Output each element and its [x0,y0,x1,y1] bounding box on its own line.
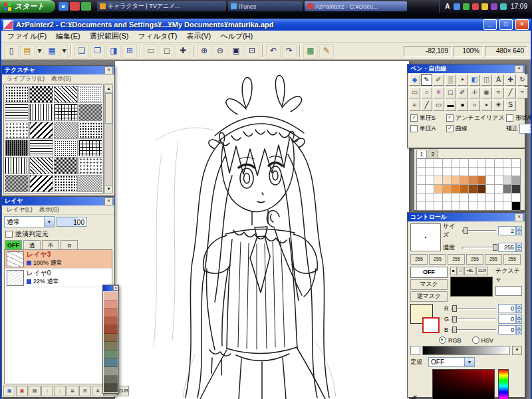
pen-tool[interactable]: ✎ [421,74,432,86]
color-swatch[interactable] [434,194,442,201]
color-swatch[interactable] [460,176,468,184]
texture-swatch[interactable] [54,122,78,139]
text-tool[interactable]: A [493,74,504,86]
color-swatch[interactable] [512,159,520,167]
texture-swatch[interactable] [54,175,78,192]
texture-swatch[interactable] [29,175,53,192]
ime-indicator-icon[interactable]: A [444,3,451,10]
combine-button[interactable]: ⊞ [79,386,91,396]
texture-swatch[interactable] [5,86,29,103]
texture-swatch[interactable] [78,140,102,157]
color-swatch[interactable] [460,168,468,176]
gradient-bar[interactable] [422,346,510,355]
color-swatch[interactable] [426,176,434,184]
palette-menu-item[interactable]: レイヤ(L) [4,205,35,214]
color-swatch[interactable] [434,159,442,167]
color-swatch[interactable] [495,168,503,176]
color-swatch[interactable] [426,202,434,210]
mini-color-swatch[interactable] [104,350,118,359]
density-preset-button[interactable]: 255 [410,254,428,265]
pen-option[interactable]: 形状/楕 [506,114,531,122]
tray-icon[interactable] [481,3,488,10]
mini-color-swatch[interactable] [104,359,118,368]
redo-button[interactable]: ↷ [282,44,297,59]
mini-color-swatch[interactable] [104,334,118,342]
inverse-mask-button[interactable]: 逆マスク [410,291,448,302]
tray-icon[interactable] [491,3,497,10]
new-layer-button[interactable]: ▣ [3,386,15,396]
menu-item[interactable]: 選択範囲(S) [85,31,134,41]
color-swatch[interactable] [486,159,494,167]
titlebar[interactable]: AzPainter2 - C:¥Documents and Settings¥.… [1,19,531,31]
color-swatch[interactable] [486,194,494,201]
texture-selector[interactable] [495,286,522,296]
shape-button[interactable]: ● [457,100,468,111]
color-swatch[interactable] [512,176,520,184]
background-color-swatch[interactable] [422,317,440,333]
mini-color-swatch[interactable] [104,309,118,317]
shape-button[interactable]: ▬ [445,100,456,111]
saturation-value-picker[interactable] [432,369,495,399]
texture-swatch[interactable] [29,104,53,121]
layer-up-button[interactable]: ↑ [41,386,53,396]
texture-swatch[interactable] [5,157,29,174]
window-split-button[interactable]: ◨ [106,44,121,59]
move-button[interactable]: ✚ [176,44,190,59]
mask-button[interactable]: マスク [410,279,448,290]
palette-menu-item[interactable]: ライブラリ(L) [4,74,47,83]
grid-toggle-button[interactable]: ▩ [303,44,318,59]
layer-row[interactable]: レイヤ022% 通常 [5,269,112,287]
copy-layer-button[interactable]: ▤ [29,386,41,396]
zoom-100-button[interactable]: ▣ [229,44,243,59]
palette-tab[interactable]: 2 [428,150,438,158]
color-swatch[interactable] [486,168,494,176]
color-swatch[interactable] [443,194,451,201]
scroll-thumb[interactable] [105,93,112,124]
scroll-down-icon[interactable]: ▼ [105,185,112,193]
taskbar-window-button[interactable]: キャラクター | TVアニメ... [97,1,226,11]
texture-swatch[interactable] [54,157,78,174]
channel-stepper[interactable]: 0▲▼ [498,304,522,313]
color-swatch[interactable] [434,202,442,210]
close-icon[interactable]: × [515,65,523,73]
color-swatch[interactable] [486,176,494,184]
texture-swatch[interactable] [78,175,102,192]
menu-item[interactable]: 編集(E) [51,31,85,41]
shape-button[interactable]: ✳ [493,100,504,111]
open-menu-arrow[interactable]: ▾ [36,44,43,59]
layer-palette-titlebar[interactable]: レイヤ × [2,197,114,205]
color-swatch[interactable] [434,185,442,193]
pen-palette-titlebar[interactable]: ペン・自由線 × [408,65,525,73]
lasso-tool[interactable]: ○ [421,87,432,98]
mask-option-button[interactable]: □ [458,267,464,275]
ruler-select[interactable]: OFF ▼ [428,357,475,367]
color-swatch[interactable] [443,185,451,193]
color-swatch[interactable] [434,168,442,176]
color-swatch[interactable] [443,159,451,167]
dot-tool[interactable]: • [457,74,468,86]
hand-tool[interactable]: ✛ [469,87,480,98]
color-swatch[interactable] [469,202,477,210]
minimize-button[interactable]: _ [483,19,497,30]
color-swatch[interactable] [434,176,442,184]
window-preview-button[interactable]: ❒ [90,44,105,59]
checkbox[interactable] [410,125,418,132]
density-preset-button[interactable]: 255 [503,254,521,265]
color-swatch[interactable] [503,176,511,184]
mini-color-swatch[interactable] [104,325,118,334]
window-canvas-button[interactable]: ❑ [74,44,89,59]
shape-button[interactable]: S [505,100,516,111]
color-swatch[interactable] [452,185,460,193]
mini-color-swatch[interactable] [104,376,118,384]
media-quicklaunch-icon[interactable] [70,2,80,11]
open-button[interactable]: ▤ [20,44,35,59]
color-swatch[interactable] [512,202,520,210]
color-swatch[interactable] [417,202,425,210]
shape-button[interactable]: ≈ [409,100,420,111]
color-swatch[interactable] [495,176,503,184]
color-swatch[interactable] [503,194,511,201]
correction-value[interactable]: 16 [519,124,531,134]
pen-option[interactable]: 単圧A [410,124,445,134]
color-swatch[interactable] [426,194,434,201]
ie-quicklaunch-icon[interactable]: e [59,2,68,11]
